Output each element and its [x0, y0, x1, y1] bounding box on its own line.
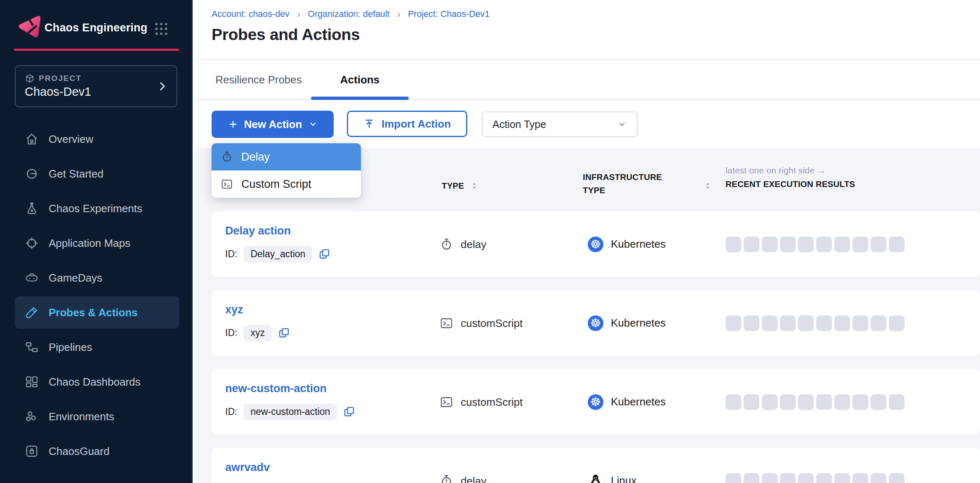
execution-result-placeholder: [780, 315, 796, 331]
tab-actions[interactable]: Actions: [311, 60, 409, 99]
infrastructure-value: Kubernetes: [611, 395, 666, 408]
nav-item-icon: [25, 375, 39, 389]
brand-divider: [14, 49, 179, 51]
execution-result-placeholder: [871, 315, 886, 331]
execution-result-placeholder: [798, 315, 814, 331]
action-name-link[interactable]: new-custom-action: [225, 382, 327, 395]
breadcrumb: Account: chaos-dev›Organization: default…: [212, 9, 490, 19]
nav-item-icon: [25, 444, 39, 458]
id-label: ID:: [225, 406, 237, 417]
infrastructure-icon: ☸: [588, 394, 603, 410]
action-id-chip: new-custom-action: [243, 403, 337, 420]
execution-result-placeholder: [889, 473, 905, 483]
import-action-button[interactable]: Import Action: [347, 111, 467, 137]
execution-result-placeholder: [762, 237, 777, 252]
project-selector-header: PROJECT: [25, 73, 82, 83]
actions-table: TYPE INFRASTRUCTURE TYPE latest one on r…: [195, 148, 980, 483]
execution-result-placeholder: [744, 237, 759, 252]
nav-item-label: Get Started: [49, 168, 104, 180]
nav-item-label: Probes & Actions: [49, 306, 138, 319]
import-action-label: Import Action: [382, 118, 451, 130]
copy-icon[interactable]: [318, 248, 330, 260]
menu-item-icon: [221, 151, 233, 163]
app-switcher-grid-icon[interactable]: [153, 21, 170, 37]
action-name-link[interactable]: Delay action: [225, 225, 291, 237]
menu-item-custom-script[interactable]: Custom Script: [212, 170, 361, 198]
execution-result-placeholder: [889, 237, 905, 252]
new-action-button[interactable]: New Action: [212, 111, 334, 138]
action-type-select[interactable]: Action Type: [482, 111, 638, 137]
breadcrumb-link-organization[interactable]: Organization: default: [308, 9, 389, 19]
execution-result-placeholder: [744, 315, 759, 331]
action-row: new-custom-action ID: new-custom-action …: [212, 369, 980, 435]
execution-result-placeholder: [762, 394, 777, 410]
action-row: xyz ID: xyz customScript ☸ Kubernetes: [212, 290, 980, 356]
sidebar-item-chaos-dashboards[interactable]: Chaos Dashboards: [15, 366, 179, 398]
nav-item-icon: [25, 132, 39, 146]
type-value: delay: [461, 474, 486, 483]
breadcrumb-link-project[interactable]: Project: Chaos-Dev1: [408, 9, 490, 19]
sidebar-item-application-maps[interactable]: Application Maps: [15, 227, 179, 259]
action-type-cell: customScript: [440, 316, 523, 330]
column-header-recent-execution-results: latest one on right side → RECENT EXECUT…: [726, 166, 855, 189]
tab-resilience-probes[interactable]: Resilience Probes: [214, 60, 303, 99]
type-value: customScript: [461, 317, 523, 329]
action-id: ID: Delay_action: [225, 246, 330, 263]
action-row: awrvadv delay Linux: [212, 448, 980, 483]
recent-execution-results-cell: [726, 237, 905, 252]
sidebar-item-get-started[interactable]: Get Started: [15, 158, 179, 190]
execution-result-placeholder: [780, 394, 796, 410]
recent-execution-results-cell: [726, 315, 905, 331]
breadcrumb-link-account[interactable]: Account: chaos-dev: [212, 9, 290, 19]
menu-item-delay[interactable]: Delay: [212, 143, 361, 170]
action-name-link[interactable]: xyz: [225, 303, 243, 316]
copy-icon[interactable]: [343, 406, 355, 418]
execution-result-placeholder: [816, 394, 832, 410]
sort-icon[interactable]: [703, 181, 712, 190]
execution-result-placeholder: [726, 394, 741, 410]
execution-result-placeholder: [726, 237, 741, 252]
infrastructure-icon: ☸: [588, 237, 603, 252]
sidebar-item-pipelines[interactable]: Pipelines: [15, 331, 179, 363]
sort-icon[interactable]: [470, 181, 479, 190]
sidebar-item-environments[interactable]: Environments: [15, 400, 179, 433]
copy-icon[interactable]: [278, 327, 290, 339]
sidebar-nav: Overview Get Started Chaos Experiments A…: [15, 123, 179, 470]
sidebar-item-overview[interactable]: Overview: [15, 123, 179, 155]
nav-item-label: GameDays: [49, 272, 102, 284]
infrastructure-value: Kubernetes: [611, 238, 666, 251]
project-name: Chaos-Dev1: [25, 85, 91, 99]
active-tab-underline: [311, 97, 409, 100]
nav-item-icon: [25, 410, 39, 424]
sidebar-item-gamedays[interactable]: GameDays: [15, 262, 179, 294]
recent-execution-results-cell: [726, 473, 905, 483]
upload-icon: [363, 118, 375, 130]
nav-item-label: Chaos Dashboards: [49, 376, 141, 388]
type-icon: [440, 316, 453, 330]
breadcrumb-separator-icon: ›: [297, 9, 300, 19]
type-value: customScript: [461, 395, 523, 408]
execution-result-placeholder: [744, 394, 759, 410]
nav-item-icon: [25, 167, 39, 181]
nav-item-label: Application Maps: [49, 237, 130, 250]
action-row: Delay action ID: Delay_action delay ☸ Ku…: [212, 211, 980, 277]
action-id-chip: Delay_action: [243, 246, 312, 263]
execution-result-placeholder: [726, 315, 741, 331]
action-type-cell: delay: [440, 237, 486, 251]
project-selector[interactable]: PROJECT Chaos-Dev1: [15, 65, 177, 107]
execution-result-placeholder: [816, 315, 832, 331]
action-name-link[interactable]: awrvadv: [225, 461, 270, 474]
action-id: ID: xyz: [225, 324, 290, 341]
sidebar-item-probes-actions[interactable]: Probes & Actions: [15, 296, 179, 329]
infrastructure-cell: ☸ Kubernetes: [588, 315, 666, 331]
action-type-cell: delay: [440, 474, 486, 483]
sidebar-item-chaosguard[interactable]: ChaosGuard: [15, 435, 179, 467]
nav-item-label: ChaosGuard: [49, 445, 109, 458]
sidebar-item-chaos-experiments[interactable]: Chaos Experiments: [15, 192, 179, 225]
action-id-chip: xyz: [243, 324, 272, 341]
page-title: Probes and Actions: [212, 26, 360, 44]
nav-item-label: Environments: [49, 410, 114, 423]
menu-item-icon: [221, 178, 233, 190]
menu-item-label: Custom Script: [241, 178, 311, 191]
infrastructure-value: Kubernetes: [611, 317, 666, 329]
